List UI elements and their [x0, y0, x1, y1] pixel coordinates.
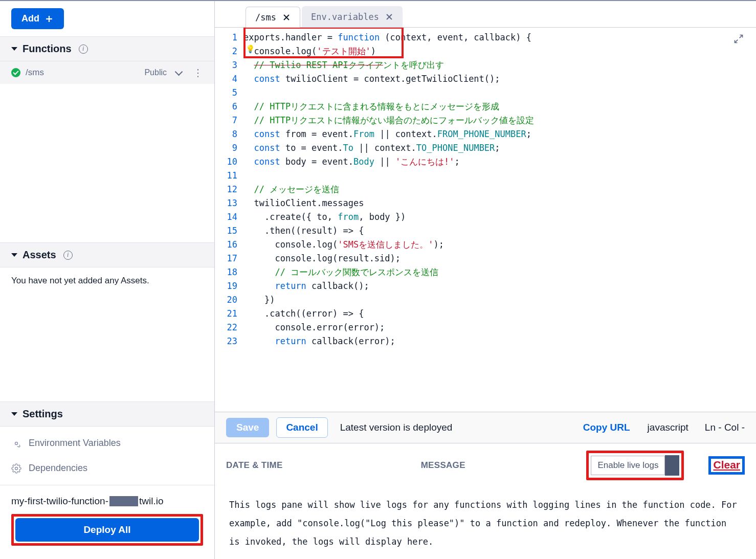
chevron-down-icon[interactable]	[176, 69, 184, 77]
info-icon[interactable]: i	[79, 44, 88, 54]
svg-point-2	[15, 442, 18, 444]
status-deployed-icon	[11, 68, 20, 77]
cursor-position: Ln - Col -	[705, 422, 745, 433]
svg-point-3	[15, 467, 18, 469]
settings-header[interactable]: Settings	[0, 401, 214, 427]
assets-header[interactable]: Assets i	[0, 242, 214, 267]
plus-icon	[45, 14, 54, 24]
logs-body: This logs pane will show live logs for a…	[215, 487, 756, 559]
add-button-label: Add	[21, 13, 39, 24]
live-logs-label: Enable live logs	[591, 456, 665, 475]
assets-empty-text: You have not yet added any Assets.	[0, 267, 214, 401]
tab-env-variables[interactable]: Env.variables	[302, 6, 403, 27]
copy-url-link[interactable]: Copy URL	[583, 422, 630, 433]
function-visibility: Public	[144, 68, 167, 77]
gear-icon	[11, 438, 21, 449]
cancel-button[interactable]: Cancel	[276, 417, 327, 438]
info-icon[interactable]: i	[63, 251, 73, 260]
expand-icon[interactable]	[733, 34, 744, 44]
clear-logs-link[interactable]: Clear	[708, 456, 745, 475]
domain-prefix: my-first-twilio-function-	[11, 496, 108, 507]
deploy-status: Latest version is deployed	[340, 422, 453, 433]
settings-item-label: Dependencies	[29, 463, 87, 474]
save-button[interactable]: Save	[226, 418, 269, 437]
functions-title: Functions	[23, 43, 72, 55]
function-name: /sms	[26, 68, 139, 78]
domain-suffix: twil.io	[139, 496, 164, 507]
more-icon[interactable]: ⋯	[193, 68, 204, 78]
tab-label: /sms	[255, 12, 276, 23]
add-button[interactable]: Add	[11, 8, 64, 29]
add-row: Add	[0, 1, 214, 36]
app-root: Add Functions i /sms Public ⋯ Assets i Y…	[0, 0, 756, 559]
domain-mask	[109, 496, 138, 506]
deploy-all-button[interactable]: Deploy All	[15, 518, 199, 542]
caret-down-icon	[11, 412, 17, 416]
live-logs-highlight: Enable live logs	[586, 451, 684, 480]
logs-col-message: MESSAGE	[421, 460, 465, 471]
assets-title: Assets	[23, 249, 56, 261]
function-item-sms[interactable]: /sms Public ⋯	[0, 61, 214, 84]
caret-down-icon	[11, 253, 17, 257]
functions-header[interactable]: Functions i	[0, 36, 214, 61]
caret-down-icon	[11, 47, 17, 51]
close-icon[interactable]	[385, 13, 393, 21]
service-domain: my-first-twilio-function-twil.io	[11, 496, 203, 507]
code-editor[interactable]: 1234567891011121314151617181920212223 ex…	[215, 28, 756, 412]
editor-tabs: /sms Env.variables	[215, 1, 756, 28]
code-content[interactable]: exports.handler = function (context, eve…	[243, 28, 756, 412]
logs-header: DATE & TIME MESSAGE Enable live logs Cle…	[215, 443, 756, 487]
settings-title: Settings	[23, 408, 63, 420]
tab-sms[interactable]: /sms	[246, 7, 300, 28]
language-label: javascript	[648, 422, 688, 433]
editor-toolbar: Save Cancel Latest version is deployed C…	[215, 412, 756, 443]
main: /sms Env.variables 123456789101112131415…	[215, 1, 756, 559]
sidebar: Add Functions i /sms Public ⋯ Assets i Y…	[0, 1, 215, 559]
deploy-box: my-first-twilio-function-twil.io Deploy …	[0, 485, 214, 559]
line-gutter: 1234567891011121314151617181920212223	[215, 28, 243, 412]
settings-item-label: Environment Variables	[29, 438, 121, 449]
settings-item-env-vars[interactable]: Environment Variables	[0, 431, 214, 456]
tab-label: Env.variables	[311, 12, 379, 22]
live-logs-toggle[interactable]	[665, 455, 679, 476]
deploy-highlight-box: Deploy All	[11, 514, 203, 546]
functions-body	[0, 84, 214, 242]
gear-icon	[11, 463, 21, 474]
settings-item-dependencies[interactable]: Dependencies	[0, 456, 214, 481]
logs-col-date: DATE & TIME	[226, 460, 283, 471]
close-icon[interactable]	[282, 13, 291, 21]
settings-body: Environment Variables Dependencies	[0, 427, 214, 485]
